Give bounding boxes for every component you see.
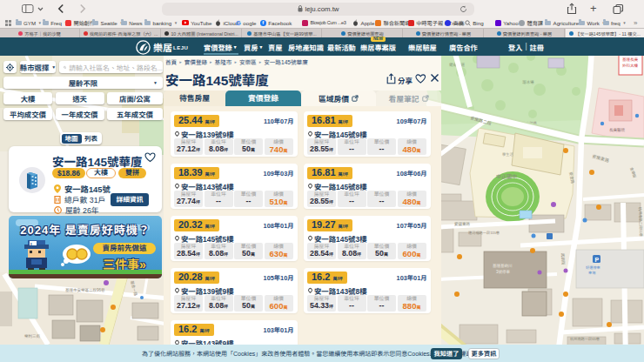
svg-text:愛國東路: 愛國東路 xyxy=(454,222,470,226)
svg-text:樂利三街: 樂利三街 xyxy=(24,334,40,339)
svg-text:長庚醫院: 長庚醫院 xyxy=(609,128,625,132)
svg-text:學生活: 學生活 xyxy=(502,152,513,157)
svg-text:運河福路一段115巷: 運河福路一段115巷 xyxy=(468,231,500,235)
svg-text:3號停車: 3號停車 xyxy=(496,270,511,274)
svg-text:中正國中: 中正國中 xyxy=(496,173,517,179)
svg-text:外科大樓: 外科大樓 xyxy=(622,64,638,68)
svg-text:P: P xyxy=(595,257,600,263)
svg-text:武訓街: 武訓街 xyxy=(560,253,566,265)
svg-text:杭州南路一段65巷: 杭州南路一段65巷 xyxy=(570,337,600,341)
svg-text:車場: 車場 xyxy=(588,271,596,275)
svg-text:溜冰場: 溜冰場 xyxy=(522,80,534,84)
svg-text:基隆市安樂區二段96巷: 基隆市安樂區二段96巷 xyxy=(65,288,105,292)
svg-text:好運停車: 好運停車 xyxy=(586,265,600,270)
svg-text:基隆基納川: 基隆基納川 xyxy=(493,264,513,268)
svg-text:基隆長庚: 基隆長庚 xyxy=(622,57,638,62)
svg-text:L: L xyxy=(30,242,34,247)
